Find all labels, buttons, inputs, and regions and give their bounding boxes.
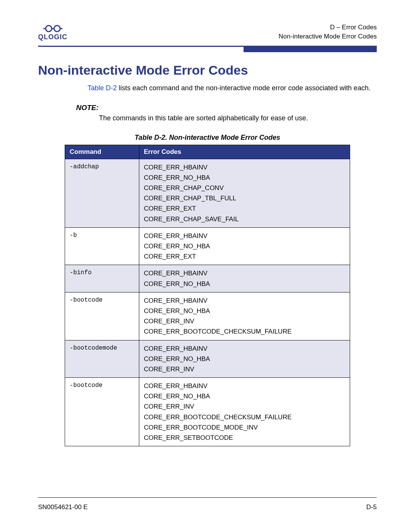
logo: QLOGIC [38, 24, 67, 41]
command-cell: -addchap [65, 159, 139, 227]
page-footer: SN0054621-00 E D-5 [38, 503, 377, 511]
command-cell: -bootcodemode [65, 340, 139, 378]
note-text: The commands in this table are sorted al… [99, 114, 377, 122]
logo-text: QLOGIC [38, 33, 67, 41]
header-line1: D – Error Codes [279, 23, 377, 32]
footer-rule [38, 497, 377, 498]
col-command: Command [65, 145, 139, 159]
error-codes-table: Command Error Codes -addchapCORE_ERR_HBA… [65, 145, 350, 447]
error-codes-cell: CORE_ERR_HBAINVCORE_ERR_NO_HBACORE_ERR_I… [139, 340, 350, 378]
footer-page-num: D-5 [366, 503, 377, 511]
command-cell: -bootcode [65, 378, 139, 446]
table-row: -addchapCORE_ERR_HBAINVCORE_ERR_NO_HBACO… [65, 159, 350, 227]
table-caption: Table D-2. Non-interactive Mode Error Co… [38, 134, 377, 142]
table-reference-link[interactable]: Table D-2 [88, 84, 117, 92]
col-error-codes: Error Codes [139, 145, 350, 159]
note-label: NOTE: [76, 104, 377, 112]
intro-text: lists each command and the non-interacti… [117, 84, 370, 92]
header-right: D – Error Codes Non-interactive Mode Err… [279, 23, 377, 41]
table-row: -bCORE_ERR_HBAINVCORE_ERR_NO_HBACORE_ERR… [65, 227, 350, 265]
section-title: Non-interactive Mode Error Codes [38, 63, 377, 78]
command-cell: -bootcode [65, 292, 139, 340]
error-codes-cell: CORE_ERR_HBAINVCORE_ERR_NO_HBACORE_ERR_E… [139, 227, 350, 265]
svg-point-1 [54, 26, 60, 32]
footer-doc-id: SN0054621-00 E [38, 503, 88, 511]
table-row: -bootcodeCORE_ERR_HBAINVCORE_ERR_NO_HBAC… [65, 378, 350, 446]
error-codes-cell: CORE_ERR_HBAINVCORE_ERR_NO_HBACORE_ERR_I… [139, 378, 350, 446]
header-rule [38, 46, 377, 52]
table-row: -bootcodemodeCORE_ERR_HBAINVCORE_ERR_NO_… [65, 340, 350, 378]
page-header: QLOGIC D – Error Codes Non-interactive M… [38, 23, 377, 41]
command-cell: -b [65, 227, 139, 265]
intro-paragraph: Table D-2 lists each command and the non… [88, 83, 377, 93]
error-codes-cell: CORE_ERR_HBAINVCORE_ERR_NO_HBACORE_ERR_I… [139, 292, 350, 340]
qlogic-logo-icon [43, 24, 62, 33]
table-row: -binfoCORE_ERR_HBAINVCORE_ERR_NO_HBA [65, 265, 350, 292]
svg-point-0 [46, 26, 52, 32]
error-codes-cell: CORE_ERR_HBAINVCORE_ERR_NO_HBACORE_ERR_C… [139, 159, 350, 227]
command-cell: -binfo [65, 265, 139, 292]
note-block: NOTE: The commands in this table are sor… [76, 104, 377, 122]
header-line2: Non-interactive Mode Error Codes [279, 32, 377, 41]
error-codes-cell: CORE_ERR_HBAINVCORE_ERR_NO_HBA [139, 265, 350, 292]
table-row: -bootcodeCORE_ERR_HBAINVCORE_ERR_NO_HBAC… [65, 292, 350, 340]
